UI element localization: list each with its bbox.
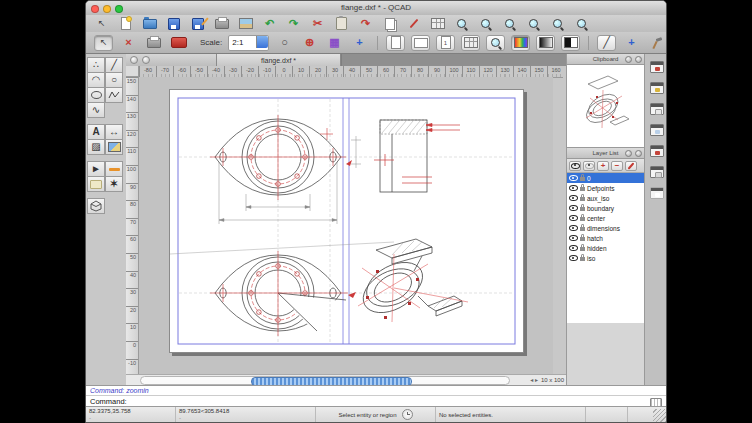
- page-landscape-button[interactable]: [411, 35, 430, 51]
- circle-tool-button[interactable]: ○: [105, 72, 123, 88]
- show-all-layers-button[interactable]: [569, 161, 581, 171]
- layer-visibility-icon[interactable]: [569, 235, 578, 241]
- property-table-button[interactable]: [430, 17, 445, 31]
- save-as-button[interactable]: [190, 17, 205, 31]
- isometric-tool-button[interactable]: [87, 198, 105, 214]
- previous-view-button[interactable]: [550, 17, 565, 31]
- open-file-button[interactable]: [142, 17, 157, 31]
- grayscale-mode-button[interactable]: [536, 35, 555, 51]
- edit-layer-button[interactable]: [625, 161, 637, 171]
- command-line-toggle[interactable]: [650, 103, 664, 115]
- text-tool-button[interactable]: A: [87, 124, 105, 140]
- layer-lock-icon[interactable]: [580, 197, 585, 201]
- zoom-in-button[interactable]: [454, 17, 469, 31]
- tab-new-button[interactable]: [142, 56, 150, 64]
- copy-button[interactable]: [382, 17, 397, 31]
- color-mode-button[interactable]: [511, 35, 530, 51]
- layer-visibility-icon[interactable]: [569, 255, 578, 261]
- clipboard-float-button[interactable]: [625, 56, 632, 63]
- layer-panel-float-button[interactable]: [625, 150, 632, 157]
- library-browser-toggle[interactable]: [650, 82, 664, 94]
- snap-center-button[interactable]: ⊕: [300, 35, 319, 51]
- layer-row[interactable]: boundary: [567, 203, 644, 213]
- polyline-tool-button[interactable]: [105, 87, 123, 103]
- blackwhite-mode-button[interactable]: [561, 35, 580, 51]
- horizontal-scroll-track[interactable]: [140, 376, 510, 385]
- layer-visibility-icon[interactable]: [569, 225, 578, 231]
- clipboard-close-button[interactable]: [635, 56, 642, 63]
- print-preview-button[interactable]: [238, 17, 253, 31]
- layer-lock-icon[interactable]: [580, 247, 585, 251]
- scroll-left-button[interactable]: ◂: [530, 377, 533, 383]
- line-settings-button[interactable]: ╱: [597, 35, 616, 51]
- undo-button[interactable]: ↶: [262, 17, 277, 31]
- layer-lock-icon[interactable]: [580, 217, 585, 221]
- select-tool-button[interactable]: ↖: [94, 35, 113, 51]
- line-tool-button[interactable]: ╱: [105, 57, 123, 73]
- block-list-toggle[interactable]: [650, 124, 664, 136]
- layer-row[interactable]: aux_iso: [567, 193, 644, 203]
- layer-visibility-icon[interactable]: [569, 245, 578, 251]
- page-portrait-button[interactable]: [386, 35, 405, 51]
- layer-visibility-icon[interactable]: [569, 195, 578, 201]
- scroll-right-button[interactable]: ▸: [535, 377, 538, 383]
- add-entity-button[interactable]: +: [622, 35, 641, 51]
- dimension-tool-button[interactable]: ↔: [105, 124, 123, 140]
- export-badge-button[interactable]: [169, 35, 188, 51]
- image-tool-button[interactable]: [105, 139, 123, 155]
- snap-free-button[interactable]: ○: [275, 35, 294, 51]
- resize-grip[interactable]: [653, 409, 666, 422]
- layer-lock-icon[interactable]: [580, 177, 585, 181]
- layer-row[interactable]: Defpoints: [567, 183, 644, 193]
- hide-all-layers-button[interactable]: [583, 161, 595, 171]
- add-layer-button[interactable]: +: [597, 161, 609, 171]
- zoom-window-tool-button[interactable]: [526, 17, 541, 31]
- point-tool-button[interactable]: ∴: [87, 57, 105, 73]
- ellipse-tool-button[interactable]: [87, 87, 105, 103]
- zoom-out-button[interactable]: [478, 17, 493, 31]
- layer-visibility-icon[interactable]: [569, 215, 578, 221]
- new-file-button[interactable]: [118, 17, 133, 31]
- draw-pen-button[interactable]: [406, 17, 421, 31]
- canvas-horizontal-scrollbar[interactable]: ◂ ▸ 10 x 100: [126, 374, 566, 385]
- modify-tool-button[interactable]: ►: [87, 161, 105, 177]
- scale-combobox[interactable]: 2:1: [228, 35, 269, 51]
- layer-row[interactable]: center: [567, 213, 644, 223]
- layer-visibility-icon[interactable]: [569, 175, 578, 181]
- pointer-button[interactable]: ↖: [94, 17, 109, 31]
- paste-button[interactable]: [334, 17, 349, 31]
- paper-sheet[interactable]: [169, 89, 524, 353]
- arc-tool-button[interactable]: ◠: [87, 72, 105, 88]
- redo-button[interactable]: ↷: [286, 17, 301, 31]
- layer-row[interactable]: hatch: [567, 233, 644, 243]
- hatch-tool-button[interactable]: ▨: [87, 139, 105, 155]
- explode-tool-button[interactable]: ✶: [105, 176, 123, 192]
- document-tab[interactable]: flange.dxf *: [216, 54, 341, 66]
- layer-row[interactable]: dimensions: [567, 223, 644, 233]
- layer-row[interactable]: iso: [567, 253, 644, 263]
- layer-lock-icon[interactable]: [580, 187, 585, 191]
- layer-lock-icon[interactable]: [580, 237, 585, 241]
- layer-lock-icon[interactable]: [580, 207, 585, 211]
- layer-row[interactable]: 0: [567, 173, 644, 183]
- zoom-page-button[interactable]: [486, 35, 505, 51]
- auto-zoom-button[interactable]: [502, 17, 517, 31]
- layer-visibility-icon[interactable]: [569, 205, 578, 211]
- layer-panel-close-button[interactable]: [635, 150, 642, 157]
- property-editor-toggle[interactable]: [650, 61, 664, 73]
- layer-lock-icon[interactable]: [580, 257, 585, 261]
- snap-auto-button[interactable]: +: [350, 35, 369, 51]
- print-button[interactable]: [214, 17, 229, 31]
- cut-button[interactable]: ✂: [310, 17, 325, 31]
- modify2-tool-button[interactable]: [87, 176, 105, 192]
- clipboard-panel-toggle[interactable]: [650, 187, 664, 199]
- selection-filter-toggle[interactable]: [650, 166, 664, 178]
- reset-button[interactable]: ×: [119, 35, 138, 51]
- tab-close-button[interactable]: [130, 56, 138, 64]
- snap-grid-button[interactable]: ▦: [325, 35, 344, 51]
- drawing-canvas[interactable]: [139, 77, 553, 374]
- dev-tools-button[interactable]: [647, 35, 666, 51]
- layer-lock-icon[interactable]: [580, 227, 585, 231]
- measure-tool-button[interactable]: [105, 161, 123, 177]
- remove-layer-button[interactable]: −: [611, 161, 623, 171]
